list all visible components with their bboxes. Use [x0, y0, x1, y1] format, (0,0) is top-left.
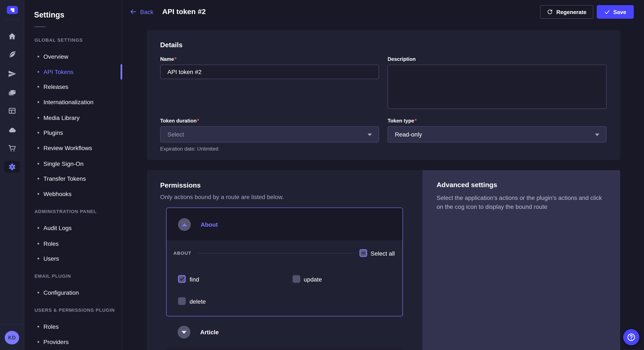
rail-bottom-divider	[0, 324, 24, 325]
subnav-title-divider	[34, 26, 46, 27]
sidebar-item-api-tokens[interactable]: API Tokens	[24, 66, 120, 77]
update-label: update	[304, 276, 322, 283]
bullet-icon	[38, 56, 39, 57]
sidebar-item-transfer-tokens[interactable]: Transfer Tokens	[24, 173, 120, 184]
settings-subnav: Settings GLOBAL SETTINGS Overview API To…	[24, 0, 122, 350]
bullet-icon	[38, 258, 39, 259]
strapi-logo[interactable]	[7, 6, 18, 14]
regenerate-button[interactable]: Regenerate	[540, 5, 593, 19]
required-mark: *	[197, 118, 199, 124]
sidebar-item-admin-roles[interactable]: Roles	[24, 238, 120, 249]
article-expand-button[interactable]	[178, 326, 190, 339]
select-all-label: Select all	[370, 250, 395, 257]
update-checkbox[interactable]	[292, 275, 300, 283]
sidebar-item-audit-logs[interactable]: Audit Logs	[24, 222, 120, 233]
about-accordion: About ABOUT Select all find update delet…	[166, 207, 403, 316]
bullet-icon	[38, 227, 39, 229]
settings-nav-active[interactable]	[4, 161, 20, 173]
sidebar-item-media-library[interactable]: Media Library	[24, 112, 120, 123]
find-checkbox[interactable]	[178, 275, 186, 283]
bullet-icon	[38, 341, 39, 343]
cloud-deploy-icon[interactable]	[8, 126, 16, 134]
advanced-settings-panel: Advanced settings Select the application…	[422, 170, 620, 350]
chevron-down-icon	[182, 331, 186, 334]
subnav-title: Settings	[34, 11, 64, 19]
details-card: Details Name* Description Token duration…	[147, 30, 620, 160]
sidebar-item-single-sign-on[interactable]: Single Sign-On	[24, 158, 120, 169]
check-icon	[179, 276, 184, 282]
token-type-label: Token type*	[388, 118, 416, 124]
bullet-icon	[38, 163, 39, 165]
sidebar-item-overview[interactable]: Overview	[24, 51, 120, 62]
app: KD Settings GLOBAL SETTINGS Overview API…	[0, 0, 644, 350]
details-heading: Details	[160, 41, 182, 49]
sidebar-item-admin-users[interactable]: Users	[24, 253, 120, 264]
bullet-icon	[38, 71, 39, 73]
bullet-icon	[38, 292, 39, 293]
select-all-checkbox[interactable]	[360, 249, 367, 257]
back-link[interactable]: Back	[130, 8, 153, 15]
delete-label: delete	[190, 298, 206, 305]
active-item-indicator	[120, 64, 122, 80]
section-administration-panel: ADMINISTRATION PANEL	[34, 209, 97, 214]
release-send-icon[interactable]	[8, 69, 16, 78]
media-library-icon[interactable]	[8, 88, 16, 97]
sidebar-item-internationalization[interactable]: Internationalization	[24, 97, 120, 108]
help-button[interactable]	[623, 329, 639, 345]
delete-checkbox[interactable]	[178, 297, 186, 305]
marketplace-cart-icon[interactable]	[8, 144, 16, 153]
sidebar-item-email-configuration[interactable]: Configuration	[24, 287, 120, 298]
section-users-permissions-plugin: USERS & PERMISSIONS PLUGIN	[34, 308, 115, 313]
bullet-icon	[38, 178, 39, 179]
strapi-logo-glyph	[9, 7, 15, 13]
advanced-settings-heading: Advanced settings	[436, 181, 497, 189]
main-nav-rail: KD	[0, 0, 24, 350]
indeterminate-mark	[362, 253, 365, 253]
expiration-hint: Expiration date: Unlimited	[160, 146, 218, 152]
find-label: find	[190, 276, 199, 283]
bullet-icon	[38, 147, 39, 149]
description-label: Description	[388, 56, 416, 62]
content-feather-icon[interactable]	[8, 50, 16, 59]
user-avatar[interactable]: KD	[5, 331, 19, 345]
permissions-card: Permissions Only actions bound by a rout…	[147, 170, 620, 350]
section-global-settings: GLOBAL SETTINGS	[34, 37, 83, 42]
bullet-icon	[38, 117, 39, 119]
sidebar-item-review-workflows[interactable]: Review Workflows	[24, 143, 120, 154]
chevron-up-icon	[182, 223, 187, 226]
check-icon	[604, 9, 610, 15]
save-button[interactable]: Save	[597, 5, 634, 19]
rail-divider	[4, 19, 20, 20]
bullet-icon	[38, 132, 39, 134]
about-accordion-label: About	[200, 221, 218, 228]
sidebar-item-releases[interactable]: Releases	[24, 81, 120, 92]
token-duration-select[interactable]: Select	[160, 126, 379, 143]
sidebar-item-up-roles[interactable]: Roles	[24, 321, 120, 332]
bullet-icon	[38, 101, 39, 103]
back-arrow-icon	[130, 8, 137, 15]
permissions-subtitle: Only actions bound by a route are listed…	[160, 193, 284, 200]
token-duration-label: Token duration*	[160, 118, 199, 124]
chevron-down-icon	[595, 134, 599, 136]
home-icon[interactable]	[8, 32, 16, 41]
content-type-builder-icon[interactable]	[8, 106, 16, 115]
sidebar-item-webhooks[interactable]: Webhooks	[24, 188, 120, 199]
token-type-select[interactable]: Read-only	[388, 126, 606, 143]
about-section-label: ABOUT	[173, 250, 191, 256]
bullet-icon	[38, 193, 39, 195]
name-input[interactable]	[160, 65, 379, 79]
description-input[interactable]	[388, 65, 606, 109]
bullet-icon	[38, 86, 39, 88]
sidebar-item-up-providers[interactable]: Providers	[24, 336, 120, 348]
advanced-settings-description: Select the application's actions or the …	[436, 193, 606, 211]
article-accordion-label[interactable]: Article	[200, 329, 219, 336]
permissions-heading: Permissions	[160, 181, 200, 189]
section-email-plugin: EMAIL PLUGIN	[34, 273, 71, 279]
required-mark: *	[415, 118, 416, 124]
chevron-down-icon	[368, 134, 372, 136]
next-accordion-peek	[166, 348, 403, 350]
sidebar-item-plugins[interactable]: Plugins	[24, 127, 120, 138]
page-title: API token #2	[162, 8, 206, 16]
bullet-icon	[38, 243, 39, 245]
collapse-toggle-button[interactable]	[178, 218, 191, 231]
